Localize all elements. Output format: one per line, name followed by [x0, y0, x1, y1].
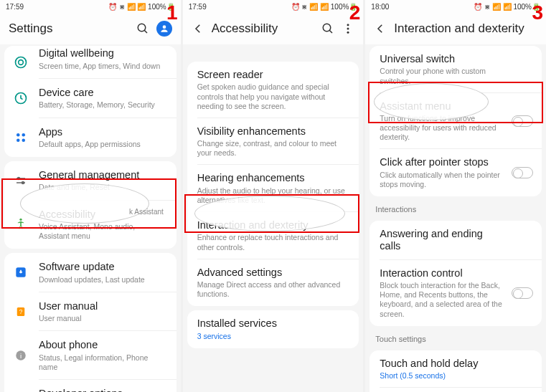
section-interactions: Interactions [365, 201, 546, 216]
item-sub: Click automatically when the pointer sto… [380, 171, 506, 189]
item-developer-options[interactable]: Developer options Developer options [4, 380, 176, 392]
sliders-icon [13, 173, 29, 188]
item-screen-reader[interactable]: Screen reader Get spoken audio guidance … [187, 62, 359, 118]
status-time: 17:59 [189, 3, 207, 11]
item-title: Visibility enhancements [197, 125, 349, 138]
item-title: Developer options [39, 388, 166, 392]
header: Accessibility [183, 13, 364, 44]
status-time: 17:59 [6, 3, 24, 11]
item-title: Software update [39, 261, 166, 273]
item-title: Click after pointer stops [380, 156, 506, 168]
item-advanced-settings[interactable]: Advanced settings Manage Direct access a… [187, 259, 359, 307]
header: Interaction and dexterity [365, 13, 546, 44]
accessibility-icon [13, 216, 29, 232]
svg-point-20 [324, 24, 331, 32]
status-icons: ⏰ ⋇ 📶 📶 100%🔋 [474, 3, 540, 11]
item-title: User manual [39, 300, 166, 312]
ellipse-annotation [194, 196, 345, 231]
item-sub: Voice Assistant, Mono audio, Assistant m… [39, 222, 166, 241]
svg-point-2 [162, 25, 166, 29]
item-installed-services[interactable]: Installed services 3 services [187, 310, 359, 348]
item-title: Touch and hold delay [380, 358, 506, 370]
item-title: Advanced settings [197, 267, 349, 279]
section-touch-settings: Touch settings [365, 330, 546, 346]
item-answering-calls[interactable]: Answering and ending calls [370, 221, 542, 260]
item-sub: Manage Direct access and other advanced … [197, 280, 349, 299]
item-sub: Short (0.5 seconds) [380, 371, 506, 381]
svg-point-0 [138, 24, 146, 32]
status-bar: 17:59 ⏰ ⋇ 📶 📶 100%🔋 [0, 0, 181, 13]
item-tap-duration[interactable]: Tap duration Set how long an interaction… [370, 388, 542, 392]
update-icon [13, 264, 29, 280]
toggle-assistant-menu[interactable] [512, 115, 533, 127]
item-apps[interactable]: Apps Default apps, App permissions [4, 118, 176, 158]
item-about-phone[interactable]: i About phone Status, Legal information,… [4, 331, 176, 380]
search-icon[interactable] [136, 22, 149, 35]
page-title: Accessibility [212, 21, 315, 36]
item-sub: User manual [39, 314, 166, 323]
search-icon[interactable] [321, 22, 334, 35]
item-sub: Default apps, App permissions [39, 140, 166, 149]
item-sub: Block touch interaction for the Back, Ho… [380, 281, 506, 319]
item-click-after-pointer[interactable]: Click after pointer stops Click automati… [370, 149, 542, 196]
page-title: Interaction and dexterity [394, 21, 537, 36]
apps-icon [13, 130, 29, 145]
item-sub: 3 services [197, 332, 349, 341]
hint-text: k Assistant [129, 208, 164, 216]
item-touch-hold-delay[interactable]: Touch and hold delay Short (0.5 seconds) [370, 350, 542, 388]
ellipse-annotation [20, 183, 149, 224]
back-icon[interactable] [374, 22, 387, 35]
svg-point-24 [347, 32, 349, 34]
settings-group-1: Digital wellbeing Screen time, App timer… [4, 46, 176, 157]
dexterity-group-2: Answering and ending calls Interaction c… [370, 221, 542, 326]
info-icon: i [13, 348, 29, 363]
svg-point-12 [18, 178, 20, 180]
item-sub: Battery, Storage, Memory, Security [39, 100, 166, 110]
toggle-interaction-control[interactable] [512, 287, 533, 299]
item-title: Universal switch [380, 53, 506, 65]
item-visibility[interactable]: Visibility enhancements Change size, con… [187, 118, 359, 166]
svg-point-9 [22, 138, 26, 142]
status-bar: 18:00 ⏰ ⋇ 📶 📶 100%🔋 [365, 0, 546, 13]
svg-point-8 [17, 138, 20, 142]
item-sub: Enhance or replace touch interactions an… [197, 233, 349, 252]
item-interaction-control[interactable]: Interaction control Block touch interact… [370, 260, 542, 326]
header: Settings [0, 13, 181, 44]
svg-point-13 [22, 182, 24, 184]
item-title: Hearing enhancements [197, 172, 349, 184]
item-title: About phone [39, 339, 166, 351]
manual-icon: ? [13, 304, 29, 320]
page-title: Settings [9, 21, 129, 36]
item-user-manual[interactable]: ? User manual User manual [4, 292, 176, 332]
item-title: Answering and ending calls [380, 228, 506, 253]
item-title: Device care [39, 87, 166, 99]
svg-point-7 [22, 133, 26, 137]
item-sub: Download updates, Last update [39, 275, 166, 285]
panel-settings: 1 17:59 ⏰ ⋇ 📶 📶 100%🔋 Settings Digital w… [0, 0, 181, 392]
dexterity-group-1: Universal switch Control your phone with… [370, 46, 542, 196]
svg-point-3 [16, 57, 27, 68]
item-title: Screen reader [197, 69, 349, 81]
item-title: General management [39, 169, 166, 181]
status-time: 18:00 [371, 3, 389, 11]
device-care-icon [13, 90, 29, 106]
item-sub: Screen time, App timers, Wind down [39, 62, 166, 71]
item-sub: Get spoken audio guidance and special co… [197, 82, 349, 110]
annotation-3: 3 [532, 1, 543, 24]
svg-line-21 [330, 30, 333, 33]
svg-text:i: i [20, 352, 22, 360]
accessibility-group-2: Installed services 3 services [187, 310, 359, 348]
svg-line-1 [144, 30, 147, 33]
item-software-update[interactable]: Software update Download updates, Last u… [4, 253, 176, 292]
item-title: Interaction control [380, 267, 506, 279]
ellipse-annotation [374, 83, 489, 120]
accessibility-group-1: Screen reader Get spoken audio guidance … [187, 62, 359, 306]
item-digital-wellbeing[interactable]: Digital wellbeing Screen time, App timer… [4, 46, 176, 79]
wellbeing-icon [13, 54, 29, 70]
annotation-1: 1 [166, 1, 178, 24]
toggle-click-pointer[interactable] [512, 167, 533, 178]
svg-point-4 [19, 60, 24, 65]
item-device-care[interactable]: Device care Battery, Storage, Memory, Se… [4, 79, 176, 118]
panel-interaction-dexterity: 3 18:00 ⏰ ⋇ 📶 📶 100%🔋 Interaction and de… [365, 0, 546, 392]
back-icon[interactable] [192, 22, 204, 35]
